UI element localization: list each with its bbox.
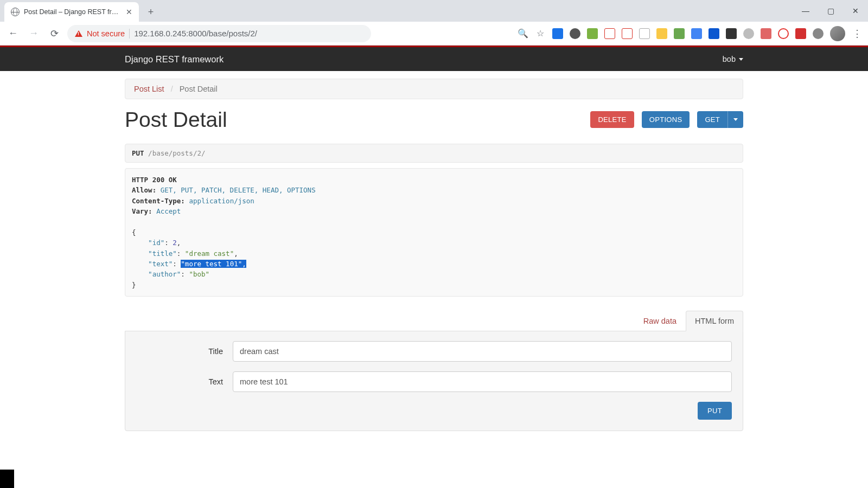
forward-button: → xyxy=(26,26,41,41)
ext-icon-6[interactable] xyxy=(639,28,650,39)
reload-button[interactable]: ⟳ xyxy=(47,26,62,41)
breadcrumb-parent-link[interactable]: Post List xyxy=(134,85,164,93)
chevron-down-icon xyxy=(733,118,738,121)
browser-tab[interactable]: Post Detail – Django REST framew ✕ xyxy=(4,2,139,22)
delete-button[interactable]: DELETE xyxy=(590,111,634,128)
get-dropdown-toggle[interactable] xyxy=(727,111,743,128)
put-button[interactable]: PUT xyxy=(698,402,732,420)
browser-toolbar: ← → ⟳ Not secure 192.168.0.245:8000/base… xyxy=(0,22,868,46)
chrome-menu-icon[interactable]: ⋮ xyxy=(852,28,863,40)
window-controls: — ▢ ✕ xyxy=(793,0,868,22)
allow-value: GET, PUT, PATCH, DELETE, HEAD, OPTIONS xyxy=(161,186,316,194)
warning-icon xyxy=(75,30,82,37)
vary-value: Accept xyxy=(156,207,181,215)
json-text-key: "text" xyxy=(148,260,173,268)
breadcrumb-current: Post Detail xyxy=(180,85,218,93)
tab-raw-data[interactable]: Raw data xyxy=(634,311,686,331)
text-label: Text xyxy=(136,377,233,386)
get-button[interactable]: GET xyxy=(697,111,727,128)
json-author-val: "bob" xyxy=(189,270,209,278)
ext-icon-14[interactable] xyxy=(778,28,789,39)
window-maximize-button[interactable]: ▢ xyxy=(818,0,843,22)
ext-icon-15[interactable] xyxy=(795,28,806,39)
translate-icon[interactable] xyxy=(691,28,702,39)
request-method: PUT xyxy=(132,149,144,157)
site-navbar: Django REST framework bob xyxy=(0,47,868,71)
title-label: Title xyxy=(136,347,233,356)
address-bar[interactable]: Not secure 192.168.0.245:8000/base/posts… xyxy=(67,25,371,42)
chevron-down-icon xyxy=(739,58,743,61)
not-secure-label: Not secure xyxy=(87,29,125,38)
tab-close-icon[interactable]: ✕ xyxy=(126,8,132,16)
ext-icon-2[interactable] xyxy=(570,28,580,39)
star-icon[interactable]: ☆ xyxy=(535,28,546,39)
ext-icon-12[interactable] xyxy=(743,28,754,39)
response-block: HTTP 200 OK Allow: GET, PUT, PATCH, DELE… xyxy=(125,168,743,297)
json-text-comma-selected: , xyxy=(242,260,246,268)
ext-icon-8[interactable] xyxy=(674,28,685,39)
breadcrumb-sep: / xyxy=(167,85,177,93)
ctype-value: application/json xyxy=(189,197,254,205)
options-button[interactable]: OPTIONS xyxy=(642,111,690,128)
get-button-group: GET xyxy=(697,111,743,128)
new-tab-button[interactable]: + xyxy=(143,4,158,20)
ext-icon-16[interactable] xyxy=(813,28,824,39)
window-close-button[interactable]: ✕ xyxy=(843,0,868,22)
json-title-val: "dream cast" xyxy=(185,249,234,258)
back-button[interactable]: ← xyxy=(5,26,21,41)
user-name: bob xyxy=(723,55,736,63)
title-input[interactable] xyxy=(233,341,732,362)
form-panel: Title Text PUT xyxy=(125,331,743,431)
profile-avatar[interactable] xyxy=(830,26,845,41)
window-minimize-button[interactable]: — xyxy=(793,0,818,22)
json-title-key: "title" xyxy=(148,249,177,258)
ext-icon-1[interactable] xyxy=(552,28,563,39)
allow-label: Allow: xyxy=(132,186,156,194)
tab-title: Post Detail – Django REST framew xyxy=(24,8,122,16)
zoom-icon[interactable]: 🔍 xyxy=(518,28,528,39)
ext-icon-13[interactable] xyxy=(761,28,771,39)
omnibox-divider xyxy=(129,29,130,38)
tab-html-form[interactable]: HTML form xyxy=(686,311,743,331)
toolbar-right: 🔍 ☆ ⋮ xyxy=(518,26,863,41)
ext-icon-10[interactable] xyxy=(709,28,719,39)
globe-icon xyxy=(11,8,20,16)
ext-icon-11[interactable] xyxy=(726,28,737,39)
vary-label: Vary: xyxy=(132,207,152,215)
gmail-icon[interactable] xyxy=(604,28,615,39)
json-id-key: "id" xyxy=(148,239,164,247)
brand-title[interactable]: Django REST framework xyxy=(125,54,224,65)
json-author-key: "author" xyxy=(148,270,181,278)
status-line: HTTP 200 OK xyxy=(132,176,177,184)
request-line: PUT /base/posts/2/ xyxy=(125,144,743,163)
json-text-val-selected: "more test 101" xyxy=(181,260,242,268)
ctype-label: Content-Type: xyxy=(132,197,185,205)
text-input[interactable] xyxy=(233,371,732,392)
form-tabs: Raw data HTML form xyxy=(125,311,743,331)
page-title: Post Detail xyxy=(125,108,227,132)
ext-icon-7[interactable] xyxy=(656,28,667,39)
json-id-val: 2 xyxy=(173,239,177,247)
action-buttons: DELETE OPTIONS GET xyxy=(590,111,743,128)
ext-icon-3[interactable] xyxy=(587,28,598,39)
page-viewport: Django REST framework bob Post List / Po… xyxy=(0,46,868,488)
breadcrumb: Post List / Post Detail xyxy=(125,79,743,99)
url-text: 192.168.0.245:8000/base/posts/2/ xyxy=(134,29,257,38)
browser-chrome: Post Detail – Django REST framew ✕ + — ▢… xyxy=(0,0,868,46)
user-menu[interactable]: bob xyxy=(723,55,743,63)
bottom-left-overlay xyxy=(0,470,14,488)
ext-icon-5[interactable] xyxy=(622,28,633,39)
request-path: /base/posts/2/ xyxy=(148,149,205,157)
tab-bar: Post Detail – Django REST framew ✕ + — ▢… xyxy=(0,0,868,22)
